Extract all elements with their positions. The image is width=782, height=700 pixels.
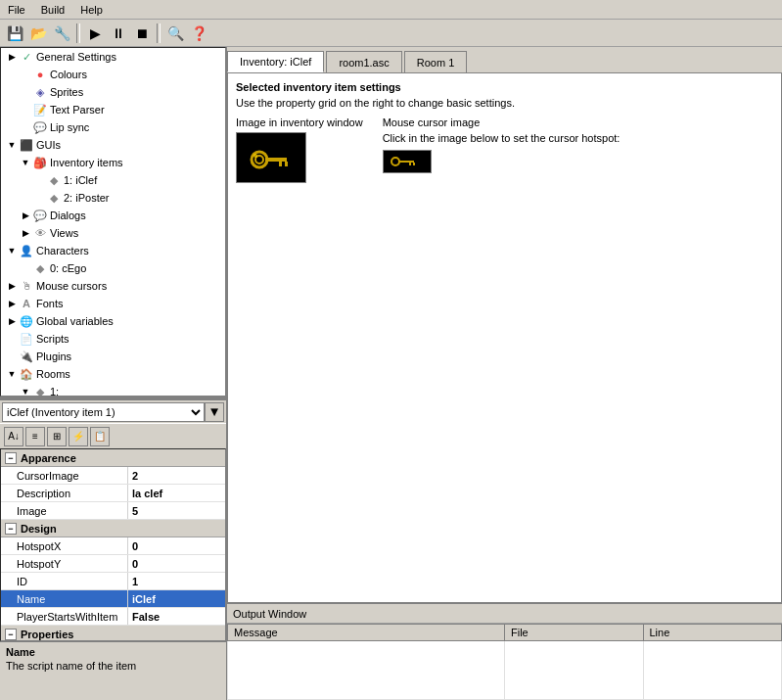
toolbar-run[interactable]: ▶ xyxy=(84,23,106,44)
tree-item-room1[interactable]: ▼ ◆ 1: xyxy=(1,383,225,396)
tree-icon-mouse-cursors: 🖱 xyxy=(19,278,34,294)
tree-item-plugins[interactable]: 🔌 Plugins xyxy=(1,348,225,365)
expand-icon: ▶ xyxy=(5,281,19,291)
tree-label: Mouse cursors xyxy=(36,280,107,292)
expand-icon: ▼ xyxy=(19,158,32,167)
output-header: Output Window xyxy=(227,604,782,624)
toolbar-search[interactable]: 🔍 xyxy=(164,23,186,44)
name-desc-text: The script name of the item xyxy=(6,660,220,672)
tree-item-mouse-cursors[interactable]: ▶ 🖱 Mouse cursors xyxy=(1,277,225,295)
tree-label-characters: Characters xyxy=(36,245,89,257)
tree-label: Global variables xyxy=(36,315,114,327)
output-cell xyxy=(505,641,644,700)
tree-label: Lip sync xyxy=(50,121,89,133)
prop-btn-grid[interactable]: ⊞ xyxy=(47,427,67,446)
menubar: File Build Help xyxy=(0,0,782,20)
prop-value: iClef xyxy=(128,590,225,607)
tree-item-rooms[interactable]: ▼ 🏠 Rooms xyxy=(1,365,225,383)
toolbar-open[interactable]: 📂 xyxy=(27,23,49,44)
prop-value: 1 xyxy=(128,573,225,589)
tree-item-sprites[interactable]: ◈ Sprites xyxy=(1,83,225,101)
tree-label: Fonts xyxy=(36,298,64,309)
prop-row-name[interactable]: Name iClef xyxy=(1,590,225,608)
prop-row-cursor-image: CursorImage 2 xyxy=(1,467,225,485)
output-area: Output Window Message File Line xyxy=(227,603,782,700)
toolbar-save[interactable]: 💾 xyxy=(4,23,25,44)
prop-toggle-design[interactable]: − xyxy=(5,523,17,535)
tree-item-iposter[interactable]: ◆ 2: iPoster xyxy=(1,189,225,207)
prop-btn-lightning[interactable]: ⚡ xyxy=(69,427,88,446)
tree-item-dialogs[interactable]: ▶ 💬 Dialogs xyxy=(1,207,225,224)
expand-icon: ▶ xyxy=(5,316,19,326)
prop-toggle-apparence[interactable]: − xyxy=(5,452,17,464)
prop-btn-az[interactable]: A↓ xyxy=(4,427,23,446)
tree-label: Sprites xyxy=(50,86,83,98)
tree-item-views[interactable]: ▶ 👁 Views xyxy=(1,224,225,242)
tab-room1[interactable]: Room 1 xyxy=(404,51,468,72)
tree-item-characters[interactable]: ▼ 👤 Characters xyxy=(1,242,225,259)
menu-build[interactable]: Build xyxy=(33,2,72,18)
tree-item-text-parser[interactable]: 📝 Text Parser xyxy=(1,101,225,118)
key-image xyxy=(242,138,300,177)
toolbar-pause[interactable]: ⏸ xyxy=(108,23,129,44)
prop-btn-cat[interactable]: ≡ xyxy=(25,427,45,446)
tree-icon-fonts: A xyxy=(19,296,34,311)
tree-item-lip-sync[interactable]: 💬 Lip sync xyxy=(1,118,225,136)
prop-dropdown[interactable]: iClef (Inventory item 1) xyxy=(2,402,205,422)
prop-row-hotspoty: HotspotY 0 xyxy=(1,555,225,573)
expand-icon: ▶ xyxy=(19,210,32,220)
inventory-image-box[interactable] xyxy=(236,132,306,183)
output-cell xyxy=(643,641,782,700)
tree-label: Plugins xyxy=(36,350,71,362)
tab-room1-asc[interactable]: room1.asc xyxy=(326,51,401,72)
tree-icon-dialogs: 💬 xyxy=(32,208,48,223)
output-table: Message File Line xyxy=(227,624,782,700)
tree-item-scripts[interactable]: 📄 Scripts xyxy=(1,330,225,348)
tree-scroll[interactable]: ▶ ✓ General Settings ● Colours ◈ Sprites xyxy=(1,48,225,396)
expand-icon-characters: ▼ xyxy=(5,246,19,256)
tree-label: 1: xyxy=(50,386,59,396)
prop-dropdown-btn[interactable]: ▼ xyxy=(205,402,224,422)
prop-section-label-properties: Properties xyxy=(21,629,73,640)
right-panel: Inventory: iClef room1.asc Room 1 Select… xyxy=(227,47,782,700)
tree-item-general-settings[interactable]: ▶ ✓ General Settings xyxy=(1,48,225,66)
prop-row-player-starts: PlayerStartsWithItem False xyxy=(1,608,225,626)
cursor-image-box[interactable] xyxy=(383,150,432,173)
toolbar-stop[interactable]: ⏹ xyxy=(131,23,153,44)
tree-item-iclef[interactable]: ◆ 1: iClef xyxy=(1,171,225,189)
output-empty-row xyxy=(228,641,782,700)
prop-row-hotspotx: HotspotX 0 xyxy=(1,537,225,555)
prop-name: Description xyxy=(1,485,128,501)
hint-text: Use the property grid on the right to ch… xyxy=(236,97,773,109)
prop-name: HotspotY xyxy=(1,555,128,572)
main-layout: ▶ ✓ General Settings ● Colours ◈ Sprites xyxy=(0,47,782,700)
left-panel: ▶ ✓ General Settings ● Colours ◈ Sprites xyxy=(0,47,227,700)
prop-value: 5 xyxy=(128,502,225,519)
tab-inventory-iclef[interactable]: Inventory: iClef xyxy=(227,51,324,72)
tree-icon-scripts: 📄 xyxy=(19,331,34,347)
tree-item-global-vars[interactable]: ▶ 🌐 Global variables xyxy=(1,312,225,330)
tree-item-inventory[interactable]: ▼ 🎒 Inventory items xyxy=(1,154,225,171)
cursor-image-section: Mouse cursor image Click in the image be… xyxy=(383,117,773,183)
tree-icon-iposter: ◆ xyxy=(46,190,62,206)
toolbar-separator-2 xyxy=(157,23,161,43)
tree-icon-general: ✓ xyxy=(19,49,34,65)
prop-btn-pages[interactable]: 📋 xyxy=(90,427,110,446)
menu-help[interactable]: Help xyxy=(72,2,111,18)
prop-value: 0 xyxy=(128,537,225,554)
prop-toggle-properties[interactable]: − xyxy=(5,629,17,640)
tree-item-cego[interactable]: ◆ 0: cEgo xyxy=(1,259,225,277)
tree-icon-colours: ● xyxy=(32,67,48,82)
menu-file[interactable]: File xyxy=(0,2,33,18)
tree-item-guis[interactable]: ▼ ⬛ GUIs xyxy=(1,136,225,154)
tree-label: 1: iClef xyxy=(64,174,97,186)
toolbar-settings[interactable]: 🔧 xyxy=(51,23,72,44)
tree-item-colours[interactable]: ● Colours xyxy=(1,66,225,83)
tab-label: Room 1 xyxy=(417,57,455,69)
tree-item-fonts[interactable]: ▶ A Fonts xyxy=(1,295,225,312)
toolbar-help[interactable]: ❓ xyxy=(188,23,209,44)
prop-row-id: ID 1 xyxy=(1,573,225,590)
selected-label: Selected inventory item settings xyxy=(236,81,773,93)
prop-section-label-apparence: Apparence xyxy=(21,452,76,464)
tree-icon-guis: ⬛ xyxy=(19,137,34,153)
